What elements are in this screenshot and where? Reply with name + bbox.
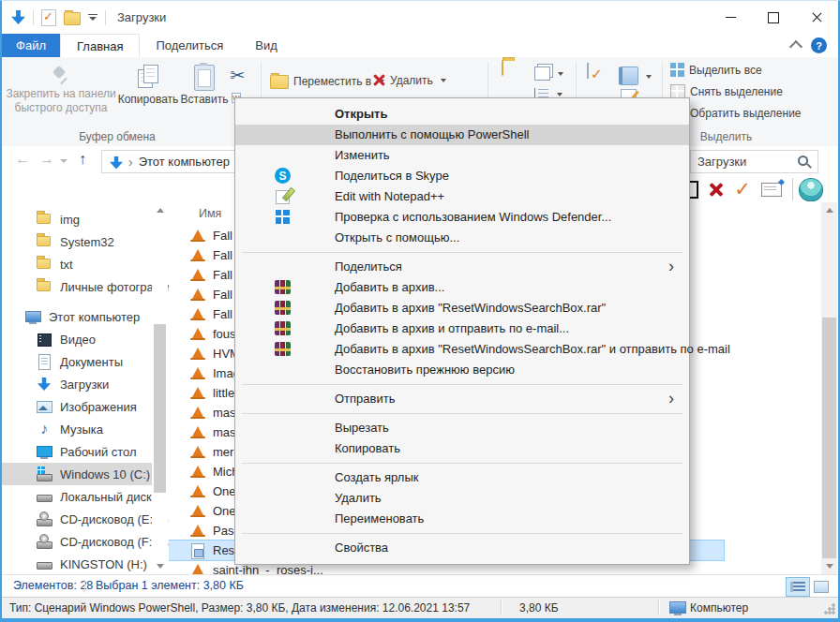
collapse-ribbon-icon[interactable] [789,40,802,53]
sidebar-item[interactable]: Загрузки [2,373,169,395]
sidebar-item[interactable]: Личные фотографи [2,275,169,298]
maximize-button[interactable] [752,1,795,34]
context-menu-item[interactable]: Открыть [235,104,689,125]
context-menu-item[interactable]: Добавить в архив и отправить по e-mail..… [235,318,689,339]
scrollbar-thumb[interactable] [822,318,836,558]
sidebar-item[interactable]: Локальный диск (D [2,485,169,508]
minimize-button[interactable] [709,1,752,34]
select-all-button[interactable]: Выделить все [670,63,762,77]
sidebar-item[interactable]: Музыка [2,418,169,440]
sidebar-item[interactable] [2,298,169,305]
file-row[interactable]: Fall ( [169,285,240,304]
delete-button[interactable]: Удалить [371,73,446,87]
context-menu-item[interactable]: Добавить в архив "ResetWindowsSearchBox.… [235,298,689,318]
quick-access-customize-icon[interactable] [88,14,98,24]
context-menu-item[interactable] [242,463,682,464]
context-menu-item[interactable]: Вырезать [235,418,689,438]
new-folder-button[interactable] [502,61,503,75]
sidebar-item[interactable]: txt [2,253,169,275]
ribbon-tab[interactable]: Вид [239,34,293,57]
scroll-down-icon[interactable] [157,564,164,572]
forward-icon[interactable]: → [39,151,54,168]
quick-access-new-folder-icon[interactable] [64,12,81,25]
context-menu-item[interactable]: Восстановить прежнюю версию [235,360,689,380]
help-icon[interactable]: ? [811,37,827,53]
toolbar-cancel-button[interactable] [703,179,728,200]
scroll-up-icon[interactable] [826,204,833,213]
file-list-scrollbar[interactable] [821,202,837,574]
sidebar-item[interactable]: Windows 10 (C:) [2,463,152,485]
thumbnails-view-button[interactable] [809,577,833,597]
sidebar-item[interactable]: Видео [2,328,169,350]
file-menu-button[interactable]: Файл [2,34,60,57]
classic-shell-button[interactable] [799,179,823,200]
context-menu-item[interactable]: Поделиться в Skype [235,166,689,186]
scroll-up-icon[interactable] [157,204,164,213]
context-menu-item[interactable]: Добавить в архив... [235,277,689,298]
ribbon-tab[interactable]: Поделиться [140,34,239,57]
file-row[interactable]: mask [169,403,242,422]
context-menu-item[interactable] [242,413,682,414]
properties-button[interactable] [587,64,589,78]
search-icon[interactable] [798,156,808,166]
quick-access-properties-icon[interactable] [41,9,56,26]
context-menu-item[interactable]: Добавить в архив "ResetWindowsSearchBox.… [235,339,689,360]
file-row[interactable]: merk [169,442,240,462]
sidebar-item[interactable]: KINGSTON (H:) [2,553,169,574]
sidebar-item[interactable]: Документы [2,350,169,373]
context-menu-item[interactable]: Создать ярлык [235,467,689,488]
context-menu-item[interactable] [242,533,682,534]
context-menu-item[interactable] [242,384,682,385]
sidebar-item[interactable]: img [2,208,169,230]
recent-locations-icon[interactable] [60,159,68,167]
context-menu-item[interactable]: Открыть с помощью... [235,228,689,248]
context-menu-item[interactable]: Удалить [235,488,689,509]
file-row[interactable]: Fall ( [169,265,240,285]
sidebar-item[interactable]: CD-дисковод (F:) Sa [2,530,169,553]
file-row[interactable]: Fall ( [169,226,240,245]
context-menu-item[interactable]: Отправить [235,389,689,409]
copy-button[interactable]: Копировать [118,65,178,107]
file-row[interactable]: Mich [169,462,238,481]
sidebar-item[interactable]: System32 [2,230,169,253]
breadcrumb-location[interactable]: Этот компьютер [139,155,230,169]
file-row[interactable]: Fall ( [169,304,240,324]
context-menu-item[interactable]: Копировать [235,438,689,459]
cut-button[interactable] [230,65,245,87]
resize-grip[interactable] [824,603,835,615]
move-to-button[interactable]: Переместить в [270,73,384,89]
toolbar-confirm-button[interactable]: ✓ [730,179,755,200]
details-view-button[interactable] [786,577,810,597]
context-menu-item[interactable]: Выполнить с помощью PowerShell [235,125,689,145]
file-row[interactable]: HVM [169,344,240,363]
context-menu-item[interactable]: Поделиться [235,257,689,277]
column-header-name[interactable]: Имя [199,207,221,220]
file-row[interactable]: little- [169,383,238,403]
file-row[interactable]: fousl [169,324,238,344]
file-row[interactable]: Pasc [169,521,240,541]
sidebar-scrollbar-thumb[interactable] [154,324,166,493]
context-menu-item[interactable]: Переименовать [235,509,689,529]
paste-button[interactable]: Вставить [180,65,229,107]
sidebar-item[interactable]: Изображения [2,395,169,418]
sidebar-item[interactable]: CD-дисковод (E:) Sa [2,508,169,530]
file-row[interactable]: OneF [169,501,244,521]
context-menu-item[interactable]: Изменить [235,145,689,166]
sidebar-item[interactable]: Рабочий стол [2,440,169,463]
sidebar-scrollbar[interactable] [152,202,168,574]
file-row[interactable]: OneF [169,481,244,501]
context-menu-item[interactable]: Проверка с использованием Windows Defend… [235,207,689,228]
context-menu-item[interactable]: Edit with Notepad++ [235,186,689,207]
context-menu-item[interactable] [242,252,682,253]
up-icon[interactable]: ↑ [79,151,86,168]
close-button[interactable] [795,1,838,34]
open-button[interactable] [619,67,652,85]
back-icon[interactable]: ← [15,151,30,168]
ribbon-tab[interactable]: Главная [60,34,140,57]
file-row[interactable]: Imag [169,363,240,383]
pin-to-quick-access-button[interactable]: Закрепить на панели быстрого доступа [6,65,116,115]
search-input[interactable]: Загрузки [690,150,818,173]
context-menu-item[interactable]: Свойства [235,538,689,558]
new-item-button[interactable] [534,67,563,81]
file-row[interactable]: Fall ( [169,245,240,265]
